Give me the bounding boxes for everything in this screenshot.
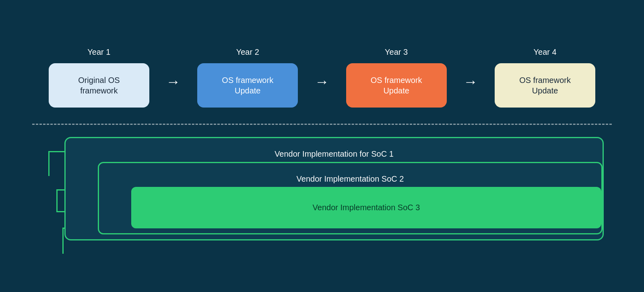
soc1-box: Vendor Implementation for SoC 1 Vendor I… bbox=[64, 137, 604, 240]
diagram-container: Year 1 Original OSframework → Year 2 OS … bbox=[24, 39, 620, 253]
bracket-h-line-1 bbox=[48, 151, 64, 152]
year-3-box-text: OS frameworkUpdate bbox=[371, 75, 422, 96]
soc1-padding-bottom bbox=[66, 234, 603, 239]
arrow-3: → bbox=[463, 75, 478, 89]
soc1-label: Vendor Implementation for SoC 1 bbox=[66, 138, 603, 162]
soc3-label: Vendor Implementation SoC 3 bbox=[131, 187, 601, 228]
soc2-box: Vendor Implementation SoC 2 Vendor Imple… bbox=[98, 162, 603, 234]
bracket-h-line-2 bbox=[56, 189, 64, 191]
year-2-box-text: OS frameworkUpdate bbox=[222, 75, 273, 96]
year-1-box: Original OSframework bbox=[49, 63, 149, 108]
year-1-column: Year 1 Original OSframework bbox=[49, 48, 149, 108]
year-3-box: OS frameworkUpdate bbox=[346, 63, 447, 108]
year-1-box-text: Original OSframework bbox=[78, 75, 120, 96]
bracket-h-line-2b bbox=[56, 211, 64, 212]
year-4-label: Year 4 bbox=[534, 48, 557, 57]
year-3-label: Year 3 bbox=[385, 48, 408, 57]
bracket-v-line-1 bbox=[48, 151, 50, 176]
bracket-v-line-2 bbox=[56, 189, 58, 212]
vendors-stacked: Vendor Implementation for SoC 1 Vendor I… bbox=[64, 137, 604, 240]
year-2-box: OS frameworkUpdate bbox=[197, 63, 298, 108]
bracket-lines bbox=[40, 137, 64, 240]
timeline-section: Year 1 Original OSframework → Year 2 OS … bbox=[24, 39, 620, 120]
year-2-column: Year 2 OS frameworkUpdate bbox=[197, 48, 298, 108]
soc2-padding-bottom bbox=[99, 228, 601, 233]
arrow-2: → bbox=[315, 75, 329, 89]
year-2-label: Year 2 bbox=[236, 48, 259, 57]
bracket-v-line-3 bbox=[62, 228, 64, 254]
dashed-divider bbox=[32, 124, 612, 125]
soc2-label: Vendor Implementation SoC 2 bbox=[99, 163, 601, 187]
year-4-box-text: OS frameworkUpdate bbox=[519, 75, 571, 96]
arrow-1: → bbox=[166, 75, 181, 89]
soc3-box: Vendor Implementation SoC 3 bbox=[131, 187, 601, 228]
year-3-column: Year 3 OS frameworkUpdate bbox=[346, 48, 447, 108]
vendor-bracket-area: Vendor Implementation for SoC 1 Vendor I… bbox=[40, 137, 604, 240]
vendor-section: Vendor Implementation for SoC 1 Vendor I… bbox=[24, 129, 620, 253]
year-4-box: OS frameworkUpdate bbox=[495, 63, 595, 108]
year-4-column: Year 4 OS frameworkUpdate bbox=[495, 48, 595, 108]
year-1-label: Year 1 bbox=[87, 48, 110, 57]
